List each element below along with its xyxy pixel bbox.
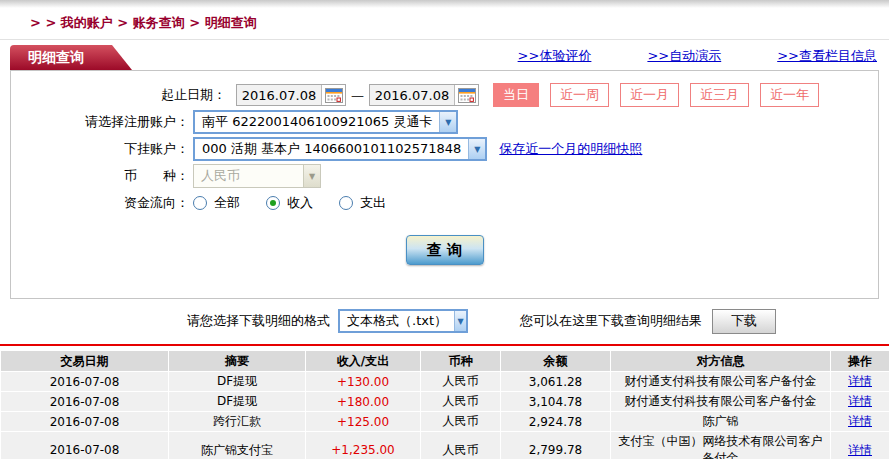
currency-select: 人民币 ▼ (193, 164, 321, 188)
table-row: 2016-07-08 DF提现 +130.00 人民币 3,061.28 财付通… (1, 372, 889, 392)
cell-summary: 陈广锦支付宝 (169, 432, 306, 459)
chevron-down-icon: ▼ (303, 165, 320, 187)
header-balance: 余额 (501, 351, 611, 372)
flow-radio-expense-label: 支出 (360, 194, 386, 212)
flow-radio-expense[interactable]: 支出 (339, 194, 386, 212)
detail-link[interactable]: 详情 (848, 443, 872, 457)
currency-row: 币 种： 人民币 ▼ (11, 164, 878, 188)
cell-counterparty: 财付通支付科技有限公司客户备付金 (611, 372, 831, 392)
cell-amount: +130.00 (306, 372, 421, 392)
sub-account-label: 下挂账户： (11, 140, 189, 158)
quick-range-week-button[interactable]: 近一周 (550, 83, 609, 107)
flow-radio-all-label: 全部 (214, 194, 240, 212)
header-amount: 收入/支出 (306, 351, 421, 372)
sub-account-row: 下挂账户： 000 活期 基本户 1406600101102571848 ▼ 保… (11, 137, 878, 161)
chevron-down-icon: ▼ (468, 139, 485, 159)
transactions-body: 2016-07-08 DF提现 +130.00 人民币 3,061.28 财付通… (1, 372, 889, 459)
start-date-calendar-button[interactable] (321, 85, 345, 105)
cell-summary: DF提现 (169, 372, 306, 392)
table-header-row: 交易日期 摘要 收入/支出 币种 余额 对方信息 操作 (1, 351, 889, 372)
end-date-field: 2016.07.08 (369, 84, 479, 106)
quick-range-today-button[interactable]: 当日 (493, 83, 539, 107)
cell-transaction-date: 2016-07-08 (1, 392, 169, 412)
top-gradient-bar (0, 0, 889, 8)
query-button-row: 查 询 (11, 235, 878, 265)
red-divider (0, 344, 889, 346)
cell-counterparty: 陈广锦 (611, 412, 831, 432)
quick-range-month-button[interactable]: 近一月 (620, 83, 679, 107)
cell-currency: 人民币 (421, 372, 501, 392)
flow-radio-income-label: 收入 (287, 194, 313, 212)
cell-amount: +125.00 (306, 412, 421, 432)
header-links: >>体验评价 >>自动演示 >>查看栏目信息 (518, 47, 889, 70)
quick-range-quarter-button[interactable]: 近三月 (690, 83, 749, 107)
chevron-down-icon: ▼ (439, 112, 456, 132)
link-experience-rating[interactable]: >>体验评价 (518, 47, 592, 65)
table-row: 2016-07-08 跨行汇款 +125.00 人民币 2,924.78 陈广锦… (1, 412, 889, 432)
link-auto-demo[interactable]: >>自动演示 (647, 47, 721, 65)
chevron-down-icon: ▼ (454, 311, 466, 331)
calendar-icon (325, 88, 343, 103)
cell-transaction-date: 2016-07-08 (1, 372, 169, 392)
cell-transaction-date: 2016-07-08 (1, 412, 169, 432)
flow-direction-row: 资金流向： 全部 收入 支出 (11, 191, 878, 215)
cell-action: 详情 (831, 432, 889, 459)
table-row: 2016-07-08 DF提现 +180.00 人民币 3,104.78 财付通… (1, 392, 889, 412)
cell-balance: 2,924.78 (501, 412, 611, 432)
cell-counterparty: 支付宝（中国）网络技术有限公司客户备付金 (611, 432, 831, 459)
quick-range-year-button[interactable]: 近一年 (760, 83, 819, 107)
cell-amount: +180.00 (306, 392, 421, 412)
snapshot-link[interactable]: 保存近一个月的明细快照 (499, 140, 642, 158)
register-account-select[interactable]: 南平 6222001406100921065 灵通卡 ▼ (193, 110, 458, 134)
register-account-row: 请选择注册账户： 南平 6222001406100921065 灵通卡 ▼ (11, 110, 878, 134)
end-date-input[interactable]: 2016.07.08 (370, 88, 454, 103)
flow-radio-all[interactable]: 全部 (193, 194, 240, 212)
currency-value: 人民币 (194, 165, 303, 187)
tab-bar: 明细查询 >>体验评价 >>自动演示 >>查看栏目信息 (0, 44, 889, 70)
query-button[interactable]: 查 询 (406, 235, 484, 265)
cell-balance: 3,061.28 (501, 372, 611, 392)
radio-icon[interactable] (339, 196, 353, 210)
radio-icon[interactable] (266, 196, 280, 210)
radio-icon[interactable] (193, 196, 207, 210)
sub-account-select[interactable]: 000 活期 基本户 1406600101102571848 ▼ (193, 137, 487, 161)
detail-link[interactable]: 详情 (848, 394, 872, 408)
cell-action: 详情 (831, 412, 889, 432)
link-view-column-info[interactable]: >>查看栏目信息 (777, 47, 877, 65)
header-counterparty: 对方信息 (611, 351, 831, 372)
query-form: 起止日期： 2016.07.08 — 2016.07.08 (10, 70, 879, 299)
start-date-input[interactable]: 2016.07.08 (237, 88, 321, 103)
tab-detail-query[interactable]: 明细查询 (10, 45, 132, 70)
cell-currency: 人民币 (421, 412, 501, 432)
end-date-calendar-button[interactable] (454, 85, 478, 105)
cell-action: 详情 (831, 372, 889, 392)
register-account-label: 请选择注册账户： (11, 113, 189, 131)
cell-summary: DF提现 (169, 392, 306, 412)
download-format-value: 文本格式（.txt） (340, 311, 454, 331)
header-summary: 摘要 (169, 351, 306, 372)
cell-transaction-date: 2016-07-08 (1, 432, 169, 459)
breadcrumb: > > 我的账户 > 账务查询 > 明细查询 (0, 8, 889, 40)
header-currency: 币种 (421, 351, 501, 372)
cell-amount: +1,235.00 (306, 432, 421, 459)
table-row: 2016-07-08 陈广锦支付宝 +1,235.00 人民币 2,799.78… (1, 432, 889, 459)
download-button[interactable]: 下载 (712, 309, 776, 334)
calendar-icon (458, 88, 476, 103)
download-format-label: 请您选择下载明细的格式 (187, 312, 330, 330)
start-date-field: 2016.07.08 (236, 84, 346, 106)
cell-counterparty: 财付通支付科技有限公司客户备付金 (611, 392, 831, 412)
transactions-table: 交易日期 摘要 收入/支出 币种 余额 对方信息 操作 2016-07-08 D… (0, 350, 889, 459)
download-hint: 您可以在这里下载查询明细结果 (520, 312, 702, 330)
register-account-value: 南平 6222001406100921065 灵通卡 (195, 112, 439, 132)
detail-link[interactable]: 详情 (848, 374, 872, 388)
flow-radio-income[interactable]: 收入 (266, 194, 313, 212)
currency-label: 币 种： (11, 167, 189, 185)
cell-currency: 人民币 (421, 392, 501, 412)
cell-balance: 2,799.78 (501, 432, 611, 459)
detail-link[interactable]: 详情 (848, 414, 872, 428)
cell-balance: 3,104.78 (501, 392, 611, 412)
cell-currency: 人民币 (421, 432, 501, 459)
download-format-select[interactable]: 文本格式（.txt） ▼ (338, 309, 468, 333)
flow-direction-label: 资金流向： (11, 194, 189, 212)
header-transaction-date: 交易日期 (1, 351, 169, 372)
